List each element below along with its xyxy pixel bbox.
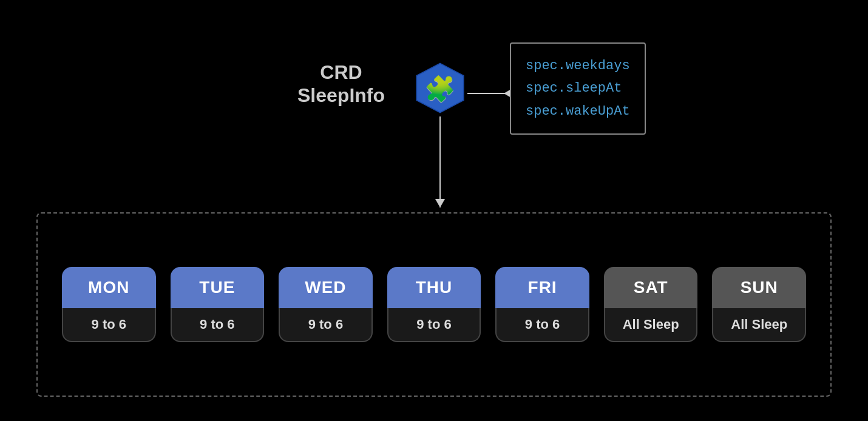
spec-to-hex-arrow bbox=[467, 93, 511, 94]
day-card-thu: THU9 to 6 bbox=[387, 267, 481, 342]
crd-hex-icon: 🧩 bbox=[413, 61, 467, 115]
day-card-mon: MON9 to 6 bbox=[62, 267, 156, 342]
day-name-fri: FRI bbox=[495, 267, 589, 308]
day-schedule-tue: 9 to 6 bbox=[171, 308, 265, 342]
day-name-mon: MON bbox=[62, 267, 156, 308]
schedule-container: MON9 to 6TUE9 to 6WED9 to 6THU9 to 6FRI9… bbox=[36, 212, 832, 397]
day-schedule-fri: 9 to 6 bbox=[495, 308, 589, 342]
day-name-sat: SAT bbox=[604, 267, 698, 308]
day-schedule-mon: 9 to 6 bbox=[62, 308, 156, 342]
day-schedule-sun: All Sleep bbox=[712, 308, 806, 342]
day-schedule-thu: 9 to 6 bbox=[387, 308, 481, 342]
svg-text:🧩: 🧩 bbox=[424, 74, 456, 104]
day-name-thu: THU bbox=[387, 267, 481, 308]
day-name-tue: TUE bbox=[171, 267, 265, 308]
day-schedule-sat: All Sleep bbox=[604, 308, 698, 342]
spec-info-box: spec.weekdays spec.sleepAt spec.wakeUpAt bbox=[510, 42, 646, 135]
day-name-sun: SUN bbox=[712, 267, 806, 308]
day-card-tue: TUE9 to 6 bbox=[171, 267, 265, 342]
day-card-sun: SUNAll Sleep bbox=[712, 267, 806, 342]
crd-subtitle: SleepInfo bbox=[297, 84, 385, 106]
spec-wake-up-at: spec.wakeUpAt bbox=[526, 100, 630, 123]
spec-weekdays: spec.weekdays bbox=[526, 55, 630, 77]
spec-sleep-at: spec.sleepAt bbox=[526, 77, 630, 99]
crd-title: CRD bbox=[320, 61, 362, 83]
crd-label: CRD SleepInfo bbox=[297, 61, 385, 107]
day-name-wed: WED bbox=[279, 267, 373, 308]
day-card-fri: FRI9 to 6 bbox=[495, 267, 589, 342]
day-card-wed: WED9 to 6 bbox=[279, 267, 373, 342]
hex-to-schedule-arrow bbox=[439, 116, 441, 207]
day-schedule-wed: 9 to 6 bbox=[279, 308, 373, 342]
day-card-sat: SATAll Sleep bbox=[604, 267, 698, 342]
